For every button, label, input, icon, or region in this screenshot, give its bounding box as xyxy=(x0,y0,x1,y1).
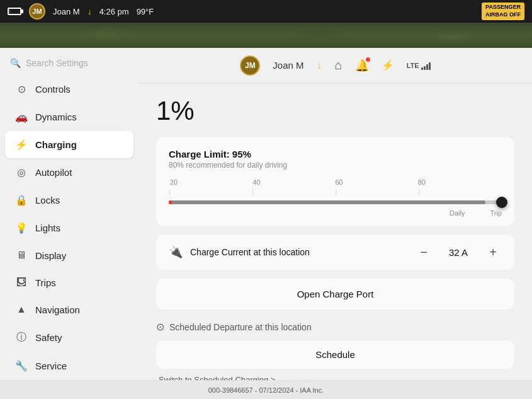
charge-limit-subtitle: 80% recommended for daily driving xyxy=(169,161,502,170)
slider-bottom-labels: Daily Trip xyxy=(169,209,502,217)
top-nav-signal: LTE xyxy=(407,61,431,70)
slider-label-80: 80 xyxy=(418,178,426,186)
scheduled-departure-title: ⊙ Scheduled Departure at this location xyxy=(156,321,514,333)
main-area: 🔍 Search Settings ⊙ Controls 🚗 Dynamics … xyxy=(0,48,532,380)
sidebar-label-autopilot: Autopilot xyxy=(35,167,72,178)
status-bar: JM Joan M ↓ 4:26 pm 99°F PASSENGERAIRBAG… xyxy=(0,0,532,23)
dynamics-icon: 🚗 xyxy=(15,111,28,123)
map-strip xyxy=(0,23,532,48)
open-charge-port-button[interactable]: Open Charge Port xyxy=(156,279,514,309)
sidebar-item-trips[interactable]: ⛾ Trips xyxy=(5,269,133,296)
charge-increment-button[interactable]: + xyxy=(484,243,502,261)
sidebar-label-trips: Trips xyxy=(35,277,56,288)
top-nav-download-icon[interactable]: ↓ xyxy=(317,59,322,72)
navigation-icon: ▲ xyxy=(15,304,28,315)
status-temperature: 99°F xyxy=(137,7,154,16)
status-time: 4:26 pm xyxy=(99,7,129,16)
status-username: Joan M xyxy=(53,7,80,16)
battery-icon xyxy=(8,8,21,15)
charge-decrement-button[interactable]: − xyxy=(415,243,433,261)
search-placeholder: Search Settings xyxy=(26,58,88,68)
autopilot-icon: ◎ xyxy=(15,166,28,178)
charge-current-card: 🔌 Charge Current at this location − 32 A… xyxy=(156,234,514,270)
charge-current-controls: − 32 A + xyxy=(415,243,502,261)
scheduled-section: ⊙ Scheduled Departure at this location S… xyxy=(156,318,514,380)
battery-percent: 1% xyxy=(156,96,514,126)
charge-plug-icon: 🔌 xyxy=(169,245,183,259)
trips-icon: ⛾ xyxy=(15,277,28,288)
charging-icon: ⚡ xyxy=(15,139,28,151)
top-nav-avatar: JM xyxy=(240,55,260,76)
safety-icon: ⓘ xyxy=(15,331,28,344)
top-nav-bluetooth-icon[interactable]: ⚡ xyxy=(382,59,394,71)
bottom-bar: 000-39846657 - 07/12/2024 - IAA Inc. xyxy=(0,380,532,399)
scheduled-icon: ⊙ xyxy=(156,321,164,333)
slider-label-60: 60 xyxy=(336,178,343,186)
sidebar-item-autopilot[interactable]: ◎ Autopilot xyxy=(5,159,133,186)
service-icon: 🔧 xyxy=(15,360,28,372)
controls-icon: ⊙ xyxy=(15,83,28,95)
slider-labels: 20 40 60 80 xyxy=(169,178,502,186)
sidebar-item-charging[interactable]: ⚡ Charging xyxy=(5,131,133,158)
top-nav: JM Joan M ↓ ⌂ 🔔 ⚡ LTE xyxy=(139,48,532,83)
sidebar-item-locks[interactable]: 🔒 Locks xyxy=(5,187,133,214)
charge-limit-title: Charge Limit: 95% xyxy=(169,149,502,159)
sidebar-item-display[interactable]: 🖥 Display xyxy=(5,242,133,269)
lights-icon: 💡 xyxy=(15,222,28,234)
charge-slider-track[interactable] xyxy=(169,200,502,204)
signal-bars xyxy=(421,61,431,70)
sidebar-label-display: Display xyxy=(35,250,66,261)
sidebar-item-dynamics[interactable]: 🚗 Dynamics xyxy=(5,103,133,130)
sidebar: 🔍 Search Settings ⊙ Controls 🚗 Dynamics … xyxy=(0,48,139,380)
sidebar-label-dynamics: Dynamics xyxy=(35,112,77,122)
sidebar-label-service: Service xyxy=(35,361,67,371)
status-avatar: JM xyxy=(29,3,45,20)
top-nav-home-icon[interactable]: ⌂ xyxy=(335,58,342,72)
sidebar-item-safety[interactable]: ⓘ Safety xyxy=(5,323,133,352)
lte-label: LTE xyxy=(407,62,419,69)
daily-label: Daily xyxy=(450,209,465,217)
slider-label-20: 20 xyxy=(170,178,178,186)
slider-thumb[interactable] xyxy=(496,197,507,208)
charge-limit-card: Charge Limit: 95% 80% recommended for da… xyxy=(156,137,514,226)
sidebar-label-navigation: Navigation xyxy=(35,304,80,315)
schedule-button[interactable]: Schedule xyxy=(156,340,514,369)
charge-current-value: 32 A xyxy=(443,247,474,258)
locks-icon: 🔒 xyxy=(15,194,28,206)
sidebar-item-controls[interactable]: ⊙ Controls xyxy=(5,76,133,103)
sidebar-label-lights: Lights xyxy=(35,223,60,233)
sidebar-label-controls: Controls xyxy=(35,84,71,95)
passenger-warning-badge: PASSENGERAIRBAG OFF xyxy=(482,3,524,20)
status-download-icon: ↓ xyxy=(88,6,92,16)
search-icon: 🔍 xyxy=(10,58,21,68)
sidebar-item-service[interactable]: 🔧 Service xyxy=(5,352,133,379)
sidebar-label-charging: Charging xyxy=(35,139,77,150)
bottom-bar-text: 000-39846657 - 07/12/2024 - IAA Inc. xyxy=(208,386,324,394)
sidebar-item-lights[interactable]: 💡 Lights xyxy=(5,214,133,241)
slider-label-40: 40 xyxy=(252,178,260,186)
sidebar-label-safety: Safety xyxy=(35,332,62,343)
main-content: 1% Charge Limit: 95% 80% recommended for… xyxy=(139,83,532,380)
display-icon: 🖥 xyxy=(15,250,28,261)
trip-label: Trip xyxy=(490,209,502,217)
content-wrapper: JM Joan M ↓ ⌂ 🔔 ⚡ LTE 1% Charge xyxy=(139,48,532,380)
top-nav-bell-icon[interactable]: 🔔 xyxy=(355,59,369,72)
search-bar[interactable]: 🔍 Search Settings xyxy=(0,53,139,73)
charge-current-label: Charge Current at this location xyxy=(190,247,407,257)
sidebar-label-locks: Locks xyxy=(35,195,60,205)
top-nav-username: Joan M xyxy=(273,60,303,71)
slider-fill-gray xyxy=(169,200,485,204)
switch-scheduled-charging-link[interactable]: Switch to Scheduled Charging > xyxy=(156,375,514,380)
sidebar-item-navigation[interactable]: ▲ Navigation xyxy=(5,296,133,323)
